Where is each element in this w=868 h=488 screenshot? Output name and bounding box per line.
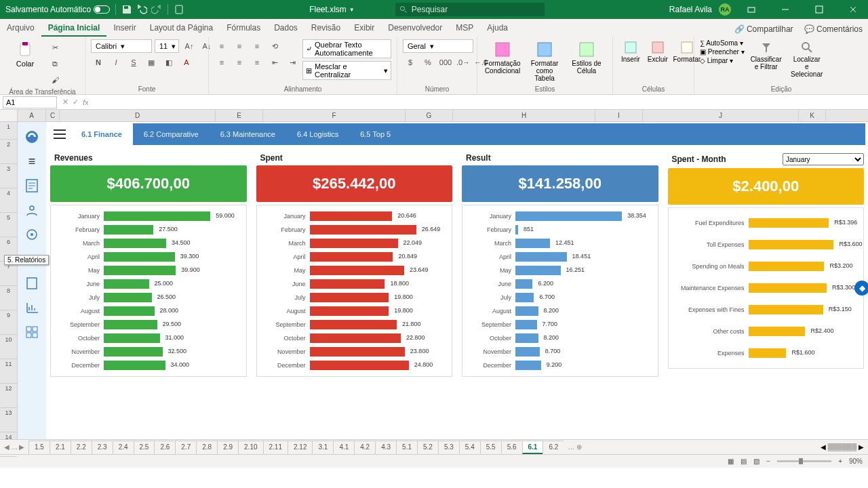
view-layout-icon[interactable]: ▤ <box>741 458 747 465</box>
col-header[interactable]: G <box>406 110 453 121</box>
row-headers[interactable]: 1234567891011121314 <box>0 122 18 439</box>
font-name-combo[interactable]: Calibri▾ <box>91 39 152 53</box>
menu-tab-página-inicial[interactable]: Página Inicial <box>41 20 107 37</box>
font-color-icon[interactable]: A <box>179 56 194 69</box>
indent-dec-icon[interactable]: ⇤ <box>267 56 282 69</box>
sheet-tab[interactable]: 2.8 <box>196 441 218 454</box>
hamburger-icon[interactable] <box>49 123 71 145</box>
dash-tab[interactable]: 6.3 Maintenance <box>210 123 286 145</box>
sheet-tab[interactable]: 3.1 <box>312 441 334 454</box>
cond-format-button[interactable]: Formatação Condicional <box>483 39 522 76</box>
col-header[interactable]: K <box>799 110 826 121</box>
row-header[interactable]: 12 <box>0 384 17 408</box>
menu-tab-fórmulas[interactable]: Fórmulas <box>220 20 267 37</box>
zoom-in-icon[interactable]: + <box>838 458 842 465</box>
touch-icon[interactable] <box>174 4 184 15</box>
menu-tab-arquivo[interactable]: Arquivo <box>0 20 41 37</box>
bold-button[interactable]: N <box>91 56 106 69</box>
merge-button[interactable]: ⊞ Mesclar e Centralizar ▾ <box>302 61 391 80</box>
row-header[interactable]: 7 <box>0 262 17 286</box>
fill-color-icon[interactable]: ◧ <box>161 56 176 69</box>
sheet-tab[interactable]: 2.2 <box>71 441 92 454</box>
menu-icon[interactable]: ≡ <box>28 155 36 169</box>
sheet-tab[interactable]: 4.2 <box>354 441 376 454</box>
format-as-table-button[interactable]: Formatar como Tabela <box>525 39 564 83</box>
menu-tab-ajuda[interactable]: Ajuda <box>480 20 515 37</box>
font-size-combo[interactable]: 11▾ <box>155 39 179 53</box>
menu-tab-layout-da-página[interactable]: Layout da Página <box>143 20 220 37</box>
col-header[interactable]: F <box>263 110 406 121</box>
sheet-tab[interactable]: 5.5 <box>480 441 502 454</box>
name-box[interactable]: A1 <box>3 96 57 108</box>
ribbon-display-icon[interactable] <box>738 0 765 19</box>
clear-button[interactable]: ◇ Limpar ▾ <box>700 57 745 64</box>
menu-tab-exibir[interactable]: Exibir <box>347 20 381 37</box>
autosave-toggle[interactable]: Salvamento Automático <box>5 5 110 14</box>
col-header[interactable]: J <box>643 110 799 121</box>
select-all-corner[interactable] <box>0 110 18 121</box>
sheet-tab[interactable]: 5.3 <box>438 441 460 454</box>
row-header[interactable]: 8 <box>0 286 17 310</box>
avatar[interactable]: RA <box>719 3 731 16</box>
sheet-tab[interactable]: 2.7 <box>175 441 197 454</box>
percent-icon[interactable]: % <box>420 56 435 69</box>
row-header[interactable]: 13 <box>0 408 17 432</box>
column-headers[interactable]: ACDEFGHIJK <box>0 110 868 122</box>
view-pagebreak-icon[interactable]: ▧ <box>753 458 760 465</box>
menu-tab-revisão[interactable]: Revisão <box>304 20 347 37</box>
zoom-level[interactable]: 90% <box>849 458 863 465</box>
currency-icon[interactable]: $ <box>403 56 418 69</box>
autosum-button[interactable]: ∑ AutoSoma ▾ <box>700 39 745 47</box>
col-header[interactable]: C <box>46 110 60 121</box>
dash-tab[interactable]: 6.5 Top 5 <box>349 123 401 145</box>
zoom-out-icon[interactable]: − <box>766 458 770 465</box>
sheet-tab[interactable]: 5.6 <box>501 441 523 454</box>
wrap-text-button[interactable]: ⤶ Quebrar Texto Automaticamente <box>302 39 391 58</box>
sheet-tab[interactable]: 2.6 <box>154 441 176 454</box>
month-select[interactable]: January <box>783 153 864 165</box>
indent-inc-icon[interactable]: ⇥ <box>285 56 300 69</box>
col-header[interactable]: A <box>18 110 46 121</box>
col-header[interactable]: I <box>595 110 643 121</box>
sheet-tab[interactable]: 4.3 <box>375 441 397 454</box>
row-header[interactable]: 11 <box>0 359 17 384</box>
align-top-icon[interactable]: ≡ <box>214 39 229 53</box>
sheet-tab[interactable]: 4.1 <box>333 441 355 454</box>
cut-icon[interactable]: ✂ <box>47 41 62 54</box>
row-header[interactable]: 10 <box>0 335 17 359</box>
save-icon[interactable] <box>121 4 132 15</box>
find-select-button[interactable]: Localizar e Selecionar <box>788 39 826 79</box>
comments-button[interactable]: 💬 Comentários <box>799 22 868 37</box>
inc-decimal-icon[interactable]: .0→ <box>456 56 471 69</box>
align-middle-icon[interactable]: ≡ <box>232 39 247 53</box>
dash-tab[interactable]: 6.1 Finance <box>71 123 133 145</box>
zoom-slider[interactable] <box>777 460 831 462</box>
gear-icon[interactable] <box>24 227 39 242</box>
row-header[interactable]: 4 <box>0 188 17 213</box>
align-center-icon[interactable]: ≡ <box>232 56 247 69</box>
row-header[interactable]: 2 <box>0 140 17 164</box>
doc-icon[interactable] <box>24 276 39 291</box>
dash-tab[interactable]: 6.2 Comparative <box>133 123 210 145</box>
cell-styles-button[interactable]: Estilos de Célula <box>567 39 606 76</box>
copy-icon[interactable]: ⧉ <box>47 57 62 70</box>
minimize-icon[interactable] <box>772 0 799 19</box>
row-header[interactable]: 5 <box>0 213 17 237</box>
borders-icon[interactable]: ▦ <box>144 56 159 69</box>
delete-cells-button[interactable]: Excluir <box>646 39 670 64</box>
row-header[interactable]: 1 <box>0 122 17 140</box>
redo-icon[interactable] <box>151 4 162 15</box>
sheet-tab[interactable]: 2.12 <box>288 441 313 454</box>
row-header[interactable]: 9 <box>0 310 17 335</box>
align-left-icon[interactable]: ≡ <box>214 56 229 69</box>
sheet-tab[interactable]: 2.9 <box>217 441 239 454</box>
menu-tab-dados[interactable]: Dados <box>267 20 304 37</box>
user-name[interactable]: Rafael Avila <box>669 5 712 14</box>
report-icon[interactable] <box>24 178 39 193</box>
col-header[interactable]: H <box>453 110 595 121</box>
col-header[interactable]: E <box>216 110 263 121</box>
format-painter-icon[interactable]: 🖌 <box>47 73 62 87</box>
sheet-tab[interactable]: 2.11 <box>263 441 288 454</box>
underline-button[interactable]: S <box>126 56 141 69</box>
sort-filter-button[interactable]: Classificar e Filtrar <box>747 39 785 72</box>
